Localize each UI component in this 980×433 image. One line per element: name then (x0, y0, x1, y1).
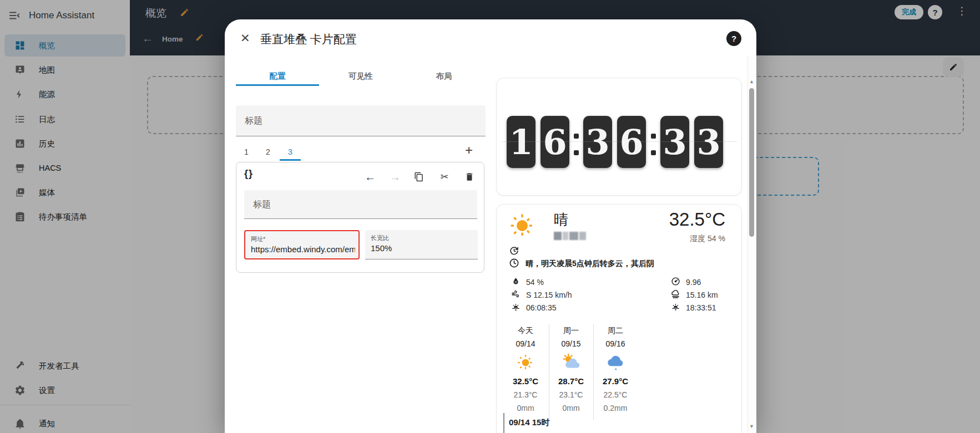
cut-scissors-icon[interactable]: ✂ (438, 170, 451, 184)
clock-card-preview: 1 6 3 6 3 3 (496, 78, 742, 196)
card-config-dialog: ✕ 垂直堆叠 卡片配置 ? 配置 可见性 布局 标题 1 2 3 + {} ← … (225, 19, 756, 433)
active-card-tab-underline (280, 159, 301, 161)
card-tab-1[interactable]: 1 (236, 144, 257, 160)
close-icon[interactable]: ✕ (240, 32, 250, 45)
add-card-plus-icon[interactable]: + (462, 144, 476, 157)
hourly-label: 09/14 15时 (509, 417, 549, 428)
forecast-day-column: 周一 09/15 28.7°C 23.1°C 0mm (549, 324, 593, 415)
sunrise-icon (511, 302, 521, 313)
card-title-placeholder: 标题 (253, 198, 271, 210)
dialog-help-icon[interactable]: ? (726, 31, 741, 46)
water-drop-icon (511, 277, 521, 288)
forecast-precip: 0mm (503, 401, 548, 415)
sunny-icon (503, 350, 548, 375)
sun-icon (509, 212, 536, 241)
clock-digit: 1 (507, 116, 536, 168)
app-window: Home Assistant 概览 地图 能源 日志 (0, 0, 980, 433)
current-temperature: 32.5°C (669, 209, 725, 230)
gauge-icon (671, 277, 680, 288)
clock-digit: 3 (660, 116, 689, 168)
stat-value: 06:08:35 (526, 303, 557, 312)
clock-digit: 6 (540, 116, 569, 168)
forecast-summary-text: 晴，明天凌晨5点钟后转多云，其后阴 (526, 259, 654, 269)
active-tab-underline (236, 84, 319, 86)
clock-colon (574, 134, 579, 155)
stack-title-input[interactable]: 标题 (236, 105, 486, 136)
forecast-day-column: 周二 09/16 27.9°C 22.5°C 0.2mm (593, 324, 638, 415)
scroll-down-icon[interactable]: ▼ (749, 424, 754, 429)
card-tab-2[interactable]: 2 (257, 144, 279, 160)
aspect-ratio-value: 150% (371, 243, 474, 253)
url-input[interactable]: 网址* https://embed.windy.com/emb (244, 230, 360, 259)
stat-value: 54 % (526, 278, 544, 287)
stat-value: 18:33:51 (686, 303, 716, 312)
clock-digit: 6 (617, 116, 646, 168)
stat-value: 15.16 km (686, 291, 718, 299)
wind-icon (511, 289, 521, 300)
url-value: https://embed.windy.com/emb (251, 244, 355, 254)
forecast-day: 周二 (593, 324, 638, 337)
forecast-high: 27.9°C (593, 375, 638, 388)
forecast-day-column: 今天 09/14 32.5°C 21.3°C 0mm (503, 324, 548, 415)
forecast-date: 09/14 (503, 337, 548, 350)
card-tab-3[interactable]: 3 (280, 144, 301, 160)
redo-icon[interactable]: → (388, 170, 402, 184)
dialog-title: 垂直堆叠 卡片配置 (260, 32, 357, 47)
forecast-day: 周一 (549, 324, 593, 337)
weather-condition: 晴 (554, 210, 568, 230)
forecast-high: 28.7°C (549, 375, 593, 388)
rainy-icon (593, 350, 638, 375)
scrollbar-thumb[interactable] (749, 88, 754, 237)
blurred-location (554, 232, 586, 240)
card-editor-box: {} ← → ✂ 标题 网址* https://embed.windy.com/… (236, 162, 484, 273)
fog-cloud-icon (671, 289, 680, 300)
forecast-precip: 0.2mm (593, 401, 638, 415)
forecast-date: 09/16 (593, 337, 638, 350)
stat-pressure: 9.96 (671, 277, 701, 288)
forecast-date: 09/15 (549, 337, 593, 350)
weather-card-preview: 晴 32.5°C 湿度 54 % 晴，明天凌晨5点钟后转多云，其后阴 54 % … (496, 204, 742, 433)
dialog-scrollbar[interactable]: ▲ ▼ (747, 55, 755, 433)
partly-cloudy-icon (549, 350, 593, 375)
scroll-up-icon[interactable]: ▲ (749, 79, 754, 84)
url-label: 网址* (251, 235, 265, 243)
forecast-low: 22.5°C (593, 388, 638, 401)
tab-visibility[interactable]: 可见性 (319, 66, 402, 86)
stat-sunrise: 06:08:35 (511, 302, 557, 313)
forecast-high: 32.5°C (503, 375, 548, 388)
aspect-ratio-input[interactable]: 长宽比 150% (365, 230, 478, 259)
forecast-day: 今天 (503, 324, 548, 337)
stat-wind: S 12.15 km/h (511, 289, 572, 300)
clock-digit: 3 (694, 116, 723, 168)
stat-value: 9.96 (686, 278, 701, 287)
delete-trash-icon[interactable] (463, 170, 476, 184)
humidity-label: 湿度 54 % (690, 234, 725, 244)
clock-digit: 3 (583, 116, 612, 168)
forecast-low: 23.1°C (549, 388, 593, 401)
copy-icon[interactable] (412, 170, 426, 184)
forecast-precip: 0mm (549, 401, 593, 415)
stack-title-placeholder: 标题 (245, 115, 262, 126)
undo-icon[interactable]: ← (363, 170, 377, 184)
stat-sunset: 18:33:51 (671, 302, 716, 313)
forecast-low: 21.3°C (503, 388, 548, 401)
tab-config[interactable]: 配置 (236, 66, 319, 86)
tab-layout[interactable]: 布局 (402, 66, 486, 86)
hourly-axis-line (503, 413, 504, 433)
stat-humidity: 54 % (511, 277, 544, 288)
code-editor-braces-icon[interactable]: {} (244, 168, 253, 180)
clock-outline-icon (509, 258, 519, 271)
aspect-ratio-label: 长宽比 (371, 234, 389, 242)
stat-visibility: 15.16 km (671, 289, 718, 300)
clock-colon (651, 134, 656, 155)
sunset-icon (671, 302, 680, 313)
card-title-input[interactable]: 标题 (244, 190, 477, 219)
stat-value: S 12.15 km/h (526, 291, 572, 299)
update-icon (509, 246, 519, 258)
